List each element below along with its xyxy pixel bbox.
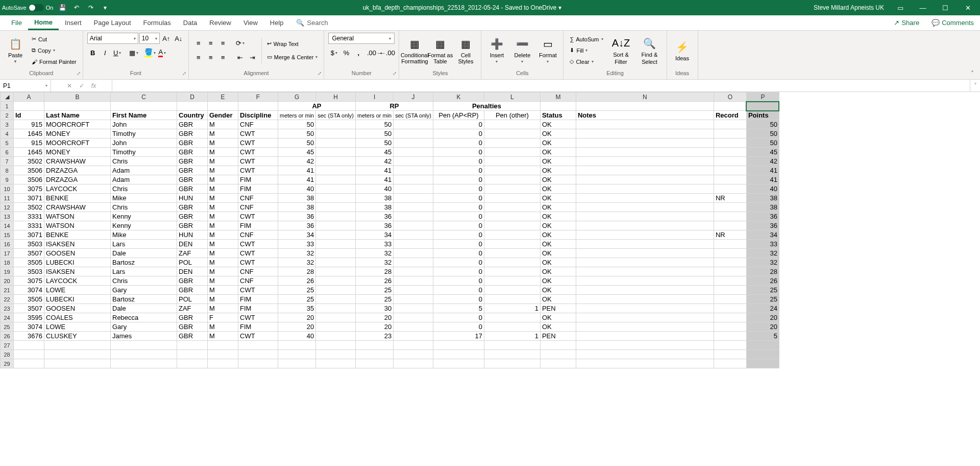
cell[interactable]: Mike <box>111 230 177 240</box>
cell[interactable]: 3503 <box>14 267 44 276</box>
save-icon[interactable]: 💾 <box>57 3 67 13</box>
cell[interactable]: 0 <box>433 129 484 138</box>
column-header-O[interactable]: O <box>714 92 746 102</box>
cell[interactable]: 0 <box>433 212 484 221</box>
cell[interactable]: 25 <box>278 295 316 304</box>
cell[interactable]: John <box>111 120 177 129</box>
cell[interactable]: 50 <box>746 129 779 138</box>
cell[interactable] <box>394 258 433 267</box>
copy-button[interactable]: ⧉Copy▾ <box>30 45 79 56</box>
cell[interactable] <box>394 350 433 359</box>
font-size-select[interactable]: 10▾ <box>139 33 160 44</box>
cell[interactable] <box>394 322 433 332</box>
cell[interactable]: M <box>208 194 238 203</box>
tell-me-search[interactable]: 🔍 Search <box>290 15 334 30</box>
cell[interactable]: 35 <box>278 304 316 313</box>
cell[interactable]: M <box>208 157 238 166</box>
cell[interactable]: 28 <box>746 267 779 276</box>
tab-insert[interactable]: Insert <box>59 15 88 30</box>
cell[interactable]: Adam <box>111 166 177 175</box>
cell[interactable]: OK <box>540 175 576 184</box>
cell[interactable]: CNF <box>238 230 278 240</box>
cell[interactable] <box>714 350 746 359</box>
cell[interactable]: 50 <box>355 120 393 129</box>
cell[interactable] <box>484 359 540 368</box>
redo-icon[interactable]: ↷ <box>86 3 96 13</box>
cell[interactable]: BENKE <box>44 194 111 203</box>
cell[interactable]: 20 <box>355 313 393 322</box>
cell[interactable] <box>576 166 714 175</box>
cell[interactable] <box>714 166 746 175</box>
cell[interactable] <box>746 341 779 350</box>
cell[interactable] <box>316 258 356 267</box>
cell[interactable]: 20 <box>278 322 316 332</box>
cell[interactable]: OK <box>540 212 576 221</box>
cell[interactable] <box>576 295 714 304</box>
cell[interactable]: M <box>208 258 238 267</box>
cell[interactable]: OK <box>540 221 576 230</box>
cell[interactable]: GBR <box>177 157 208 166</box>
clear-button[interactable]: ◇Clear▾ <box>568 57 605 67</box>
cell[interactable]: 20 <box>746 322 779 332</box>
cell[interactable] <box>316 148 356 157</box>
format-cells-button[interactable]: ▭Format▾ <box>536 34 559 67</box>
cell[interactable]: GBR <box>177 166 208 175</box>
cell[interactable]: 3075 <box>14 276 44 286</box>
cell[interactable]: 36 <box>278 212 316 221</box>
percent-format-icon[interactable]: % <box>340 47 352 58</box>
italic-button[interactable]: I <box>100 47 111 58</box>
cell[interactable] <box>576 129 714 138</box>
format-painter-button[interactable]: 🖌Format Painter <box>30 57 79 67</box>
row-header[interactable]: 3 <box>1 120 14 129</box>
cell[interactable]: 24 <box>746 304 779 313</box>
cell[interactable] <box>394 240 433 249</box>
cell[interactable]: WATSON <box>44 212 111 221</box>
cell[interactable]: GBR <box>177 212 208 221</box>
cell-styles-button[interactable]: ▦Cell Styles <box>454 34 477 67</box>
cell[interactable] <box>576 267 714 276</box>
cell[interactable]: 25 <box>355 295 393 304</box>
cell[interactable]: 25 <box>278 286 316 295</box>
cell[interactable] <box>394 221 433 230</box>
row-header[interactable]: 24 <box>1 313 14 322</box>
cell[interactable] <box>177 359 208 368</box>
cell[interactable] <box>576 359 714 368</box>
cell[interactable]: Mike <box>111 194 177 203</box>
column-header-J[interactable]: J <box>394 92 433 102</box>
cancel-formula-icon[interactable]: ✕ <box>67 82 72 89</box>
cell[interactable] <box>177 102 208 111</box>
cell[interactable]: GOOSEN <box>44 249 111 258</box>
cell[interactable]: Country <box>177 111 208 120</box>
cell[interactable]: M <box>208 212 238 221</box>
cell[interactable]: FIM <box>238 184 278 194</box>
cell[interactable]: 25 <box>355 286 393 295</box>
conditional-formatting-button[interactable]: ▦Conditional Formatting <box>403 34 426 67</box>
cell[interactable]: 3505 <box>14 295 44 304</box>
cell[interactable] <box>714 341 746 350</box>
cell[interactable] <box>394 203 433 212</box>
cell[interactable]: LAYCOCK <box>44 276 111 286</box>
cell[interactable]: GBR <box>177 120 208 129</box>
tab-help[interactable]: Help <box>264 15 290 30</box>
cell[interactable] <box>714 322 746 332</box>
cell[interactable] <box>316 276 356 286</box>
cell[interactable]: M <box>208 332 238 341</box>
cell[interactable]: 42 <box>355 157 393 166</box>
ideas-button[interactable]: ⚡Ideas <box>671 34 694 67</box>
tab-formulas[interactable]: Formulas <box>137 15 177 30</box>
cell[interactable]: 20 <box>355 322 393 332</box>
cell[interactable]: 3071 <box>14 194 44 203</box>
cell[interactable] <box>111 350 177 359</box>
cell[interactable]: PEN <box>540 332 576 341</box>
cell[interactable]: 0 <box>433 184 484 194</box>
cell[interactable]: NR <box>714 230 746 240</box>
cell[interactable] <box>484 221 540 230</box>
cell[interactable]: 26 <box>355 276 393 286</box>
cell[interactable]: 38 <box>355 194 393 203</box>
cell[interactable] <box>111 341 177 350</box>
cell[interactable]: M <box>208 166 238 175</box>
cell[interactable]: 28 <box>278 267 316 276</box>
cell[interactable]: GBR <box>177 148 208 157</box>
cell[interactable] <box>576 230 714 240</box>
cell[interactable]: 0 <box>433 157 484 166</box>
